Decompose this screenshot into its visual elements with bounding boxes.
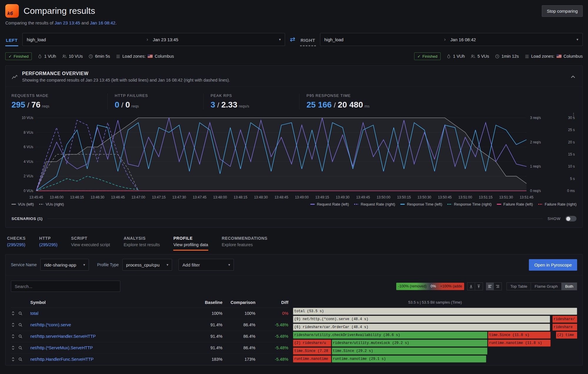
column-header-diff[interactable]: Diff: [255, 300, 288, 305]
collapse-panel-button[interactable]: [569, 74, 577, 80]
users-icon: [62, 54, 67, 59]
align-right-button[interactable]: [494, 282, 502, 290]
metric-p95-response-time: P95 RESPONSE TIME 25 166/20 480ms: [299, 93, 395, 110]
collapse-flamegraph-button[interactable]: [467, 282, 475, 290]
flame-segment[interactable]: (6) rideshare/car.OrderCar (48.4 s): [293, 324, 550, 331]
diff-value: 0%: [255, 311, 288, 316]
search-symbol-button[interactable]: [18, 357, 23, 362]
flame-segment[interactable]: time.Since (29.2 s): [332, 347, 487, 355]
expand-flamegraph-button[interactable]: [475, 282, 483, 290]
table-row[interactable]: net/http.(*ServeMux).ServeHTTP 91.4% 86.…: [11, 342, 288, 354]
subtitle-prefix: Comparing the results of: [5, 20, 53, 25]
tab-http[interactable]: HTTP (295/295): [39, 236, 57, 251]
flame-segment[interactable]: time.Since (7.28: [293, 347, 331, 355]
profile-type-label: Profile Type: [97, 262, 119, 267]
flame-segment[interactable]: rideshare/utility.mutexLock (29.2 s): [332, 340, 487, 347]
column-header-baseline[interactable]: Baseline: [189, 300, 222, 305]
legend-item[interactable]: Request Rate (right): [354, 202, 395, 206]
search-input[interactable]: [11, 281, 120, 292]
symbol-link[interactable]: net/http.HandlerFunc.ServeHTTP: [30, 357, 189, 362]
search-symbol-button[interactable]: [18, 323, 23, 327]
column-header-symbol[interactable]: Symbol: [30, 300, 189, 305]
view-top-table-button[interactable]: Top Table: [507, 282, 531, 290]
flame-segment[interactable]: (9) net/http.(*conn).serve (48.4 s): [293, 316, 550, 323]
tab-recommendations[interactable]: RECOMMENDATIONS Explore features: [222, 236, 268, 251]
open-in-pyroscope-button[interactable]: Open in Pyroscope: [529, 259, 577, 271]
flame-segment[interactable]: time.Since (11.8 s): [488, 332, 551, 339]
symbol-link[interactable]: total: [30, 311, 189, 316]
expand-row-button[interactable]: [11, 334, 15, 339]
symbol-link[interactable]: net/http.(*conn).serve: [30, 322, 189, 327]
chevron-right-icon: ›: [444, 37, 446, 42]
svg-text:13:49:00: 13:49:00: [295, 195, 309, 199]
flame-segment[interactable]: runtime.nanotime (29.1 s): [332, 355, 486, 363]
right-run-select[interactable]: high_load › Jan 16 08:42 ▾: [320, 33, 583, 46]
table-row[interactable]: net/http.(*conn).serve 91.4% 86.4% -5.48…: [11, 319, 288, 331]
legend-item[interactable]: VUs (right): [39, 202, 64, 206]
scenarios-divider: [47, 219, 543, 219]
legend-item[interactable]: VUs (left): [11, 202, 34, 206]
left-side-label[interactable]: LEFT: [5, 36, 18, 46]
scenarios-show-toggle[interactable]: [565, 216, 577, 221]
legend-item[interactable]: Response Time (right): [447, 202, 492, 206]
stop-comparing-button[interactable]: Stop comparing: [542, 5, 583, 17]
svg-text:13:50:45: 13:50:45: [438, 195, 452, 199]
search-symbol-button[interactable]: [18, 334, 23, 339]
legend-item[interactable]: Response Time (left): [400, 202, 442, 206]
add-filter-select[interactable]: Add filter ▾: [179, 259, 234, 271]
legend-item[interactable]: Failure Rate (right): [538, 202, 577, 206]
table-row[interactable]: net/http.HandlerFunc.ServeHTTP 183% 173%…: [11, 354, 288, 365]
legend-item[interactable]: Failure Rate (left): [497, 202, 533, 206]
profile-type-select[interactable]: process_cpu/cpu ▾: [122, 259, 172, 271]
legend-item[interactable]: Request Rate (left): [310, 202, 349, 206]
tab-analysis[interactable]: ANALYSIS Explore test results: [124, 236, 160, 251]
subtitle-suffix: .: [115, 20, 116, 25]
flame-graph[interactable]: 53.5 s | 53.5 Bil samples (Time) total (…: [293, 297, 577, 365]
chart-menu-button[interactable]: ⋮: [571, 112, 576, 118]
expand-row-button[interactable]: [11, 345, 15, 350]
performance-chart[interactable]: 0 VUs2 VUs4 VUs6 VUs8 VUs10 VUs0 req/s1 …: [11, 113, 577, 201]
flame-segment[interactable]: rideshare: [552, 324, 577, 331]
view-flame-graph-button[interactable]: Flame Graph: [531, 282, 562, 290]
align-left-button[interactable]: [486, 282, 494, 290]
svg-text:13:48:45: 13:48:45: [274, 195, 288, 199]
right-side-label[interactable]: RIGHT: [300, 36, 316, 46]
search-symbol-button[interactable]: [18, 346, 23, 350]
table-row[interactable]: total 100% 100% 0%: [11, 308, 288, 319]
flame-segment[interactable]: runtime.nanotime: [293, 355, 331, 363]
expand-row-button[interactable]: [11, 311, 15, 316]
metric-separator: /: [334, 101, 336, 109]
left-run-link[interactable]: Jan 23 13:45: [55, 20, 80, 25]
load-zones-icon: [525, 54, 529, 59]
right-run-link[interactable]: Jan 16 08:42: [90, 20, 116, 25]
table-row[interactable]: net/http.serverHandler.ServeHTTP 91.4% 8…: [11, 331, 288, 342]
tab-checks[interactable]: CHECKS (295/295): [7, 236, 26, 251]
expand-row-button[interactable]: [11, 357, 15, 362]
flame-segment[interactable]: (2) time: [556, 332, 577, 339]
expand-row-button[interactable]: [11, 322, 15, 327]
tab-profile[interactable]: PROFILE View profiling data: [173, 236, 208, 251]
left-run-value: Jan 23 13:45: [153, 37, 178, 42]
flame-graph-header: 53.5 s | 53.5 Bil samples (Time): [293, 297, 577, 308]
flame-segment[interactable]: rideshare/: [552, 316, 577, 323]
flame-segment[interactable]: rideshare/utility.checkDriverAvailabilit…: [293, 332, 487, 339]
metric-separator: /: [27, 101, 29, 109]
symbol-link[interactable]: net/http.(*ServeMux).ServeHTTP: [30, 345, 189, 350]
us-flag-icon: [148, 54, 153, 58]
left-run-select[interactable]: high_load › Jan 23 13:45 ▾: [22, 33, 285, 46]
swap-icon[interactable]: ⇄: [289, 36, 296, 43]
svg-text:13:51:30: 13:51:30: [499, 195, 513, 199]
flame-segment[interactable]: (2) rideshare/u: [293, 340, 331, 347]
symbol-link[interactable]: net/http.serverHandler.ServeHTTP: [30, 334, 189, 339]
view-both-button[interactable]: Both: [562, 282, 577, 290]
svg-text:2 VUs: 2 VUs: [24, 174, 33, 178]
svg-text:13:49:30: 13:49:30: [336, 195, 350, 199]
service-name-select[interactable]: ride-sharing-app ▾: [40, 259, 89, 271]
search-symbol-button[interactable]: [18, 311, 23, 316]
flame-segment[interactable]: runtime.nanotime (11.8 s): [488, 340, 551, 347]
tab-script[interactable]: SCRIPT View executed script: [71, 236, 110, 251]
metric-right-value: 0: [125, 100, 130, 110]
svg-text:5 s: 5 s: [570, 177, 575, 181]
flame-segment[interactable]: total (53.5 s): [293, 308, 577, 315]
column-header-comparison[interactable]: Comparison: [222, 300, 255, 305]
